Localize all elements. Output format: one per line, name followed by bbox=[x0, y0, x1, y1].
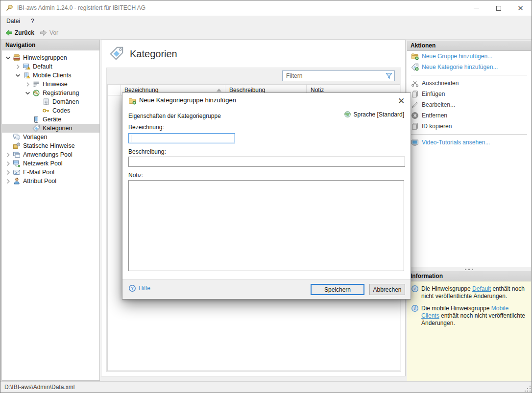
tree-item-hinweisgruppen[interactable]: Hinweisgruppen bbox=[2, 53, 99, 62]
tree-item-anwendungs-pool[interactable]: Anwendungs Pool bbox=[2, 150, 99, 159]
tree-item-attribut-pool[interactable]: Attribut Pool bbox=[2, 177, 99, 185]
forward-label: Vor bbox=[49, 29, 58, 36]
action-einf-gen[interactable]: Einfügen bbox=[407, 89, 531, 99]
tree-item-hinweise[interactable]: Hinweise bbox=[2, 80, 99, 89]
back-button[interactable]: Zurück bbox=[3, 26, 36, 39]
save-button[interactable]: Speichern bbox=[311, 284, 364, 295]
mobile-warning-icon bbox=[23, 71, 30, 79]
menu-help[interactable]: ? bbox=[28, 16, 37, 26]
tree-item-label: Kategorien bbox=[43, 125, 72, 132]
tree-item-dom-nen[interactable]: Domänen bbox=[2, 97, 99, 106]
attribute-pool-icon bbox=[13, 177, 21, 185]
info-link-default[interactable]: Default bbox=[472, 285, 491, 292]
chevron-expanded-icon[interactable] bbox=[24, 91, 31, 96]
back-label: Zurück bbox=[15, 29, 34, 36]
minimize-button[interactable] bbox=[465, 0, 487, 16]
tree-item-statische-hinweise[interactable]: Statische Hinweise bbox=[2, 141, 99, 150]
info-text: Die Hinweisgruppe Default enthält noch n… bbox=[421, 285, 527, 300]
tree-item-label: Codes bbox=[52, 107, 70, 114]
tree-item-netzwerk-pool[interactable]: Netzwerk Pool bbox=[2, 159, 99, 168]
notiz-label: Notiz: bbox=[128, 172, 144, 179]
action-entfernen[interactable]: Entfernen bbox=[407, 110, 531, 121]
tag-add-icon bbox=[411, 63, 419, 71]
tree-item-mobile-clients[interactable]: Mobile Clients bbox=[2, 71, 99, 80]
tree-item-default[interactable]: Default bbox=[2, 62, 99, 71]
tree-item-ger-te[interactable]: Geräte bbox=[2, 115, 99, 124]
beschreibung-input[interactable] bbox=[128, 157, 405, 167]
filter-wrap bbox=[282, 70, 395, 81]
beschreibung-label: Beschreibung: bbox=[128, 148, 166, 155]
tree-item-label: Hinweisgruppen bbox=[23, 54, 67, 61]
action-video-tutorials-ansehen[interactable]: Video-Tutorials ansehen... bbox=[407, 137, 531, 148]
chevron-expanded-icon[interactable] bbox=[15, 73, 21, 78]
tree-item-e-mail-pool[interactable]: E-Mail Pool bbox=[2, 168, 99, 177]
status-path: D:\IBI-aws\Admin\Data.xml bbox=[4, 384, 74, 391]
action-label: Video-Tutorials ansehen... bbox=[422, 139, 490, 146]
tree-item-label: E-Mail Pool bbox=[23, 169, 54, 176]
action-neue-kategorie-hinzuf-gen[interactable]: Neue Kategorie hinzufügen... bbox=[407, 62, 531, 72]
menu-datei[interactable]: Datei bbox=[3, 16, 23, 26]
actions-header: Aktionen bbox=[407, 41, 531, 51]
paste-icon bbox=[411, 90, 419, 98]
registration-icon bbox=[32, 89, 40, 97]
forward-arrow-icon bbox=[40, 29, 48, 37]
menubar: Datei ? bbox=[0, 16, 532, 26]
action-neue-gruppe-hinzuf-gen[interactable]: Neue Gruppe hinzufügen... bbox=[407, 51, 531, 62]
action-ausschneiden[interactable]: Ausschneiden bbox=[407, 78, 531, 89]
monitor-warning-icon bbox=[23, 63, 30, 70]
filter-funnel-icon[interactable] bbox=[385, 72, 393, 80]
language-selector[interactable]: Sprache [Standard] bbox=[344, 111, 404, 118]
cancel-button[interactable]: Abbrechen bbox=[369, 284, 405, 295]
globe-icon bbox=[344, 111, 351, 118]
tree-item-label: Domänen bbox=[52, 98, 79, 105]
chevron-collapsed-icon[interactable] bbox=[5, 161, 11, 166]
sidebar: Aktionen Neue Gruppe hinzufügen...Neue K… bbox=[407, 40, 531, 381]
action-label: ID kopieren bbox=[422, 123, 452, 130]
tree-item-kategorien[interactable]: Kategorien bbox=[2, 124, 99, 133]
tree-item-label: Anwendungs Pool bbox=[23, 151, 73, 158]
dialog-section-label: Eigenschaften der Kategoriegruppe bbox=[128, 113, 221, 119]
titlebar: IBI-aws Admin 1.24.0 - registriert für I… bbox=[0, 0, 532, 16]
chevron-expanded-icon[interactable] bbox=[5, 55, 11, 61]
kategorien-tag-icon bbox=[108, 46, 125, 62]
close-window-button[interactable]: ✕ bbox=[509, 0, 532, 16]
bezeichnung-input[interactable] bbox=[128, 133, 235, 143]
notiz-textarea[interactable] bbox=[128, 180, 404, 271]
forward-button[interactable]: Vor bbox=[38, 26, 60, 39]
window-title: IBI-aws Admin 1.24.0 - registriert für I… bbox=[17, 0, 145, 16]
tree-item-registrierung[interactable]: Registrierung bbox=[2, 89, 99, 97]
help-label: Hilfe bbox=[139, 285, 150, 292]
action-label: Entfernen bbox=[422, 112, 447, 119]
svg-text:?: ? bbox=[131, 286, 133, 291]
language-label: Sprache [Standard] bbox=[354, 111, 404, 118]
resize-grip-icon[interactable] bbox=[524, 385, 531, 392]
page-title: Kategorien bbox=[130, 48, 177, 60]
app-icon bbox=[5, 4, 13, 12]
tree-item-vorlagen[interactable]: Vorlagen bbox=[2, 133, 99, 141]
actions-list: Neue Gruppe hinzufügen...Neue Kategorie … bbox=[407, 51, 531, 267]
bezeichnung-label: Bezeichnung: bbox=[128, 124, 164, 131]
filter-input[interactable] bbox=[282, 70, 395, 81]
action-id-kopieren[interactable]: ID kopieren bbox=[407, 121, 531, 132]
action-bearbeiten[interactable]: Bearbeiten... bbox=[407, 99, 531, 110]
action-label: Ausschneiden bbox=[422, 80, 459, 87]
maximize-icon bbox=[496, 6, 501, 11]
tree-item-codes[interactable]: Codes bbox=[2, 106, 99, 115]
info-item: iDie Hinweisgruppe Default enthält noch … bbox=[411, 285, 527, 300]
chevron-collapsed-icon[interactable] bbox=[5, 152, 11, 158]
chevron-collapsed-icon[interactable] bbox=[5, 179, 11, 184]
copy-icon bbox=[411, 122, 419, 130]
maximize-button[interactable] bbox=[487, 0, 509, 16]
chevron-none bbox=[5, 143, 11, 149]
help-circle-icon: ? bbox=[128, 284, 136, 292]
navigation-panel: Navigation HinweisgruppenDefaultMobile C… bbox=[1, 40, 100, 381]
actions-separator bbox=[411, 134, 527, 135]
dialog-close-button[interactable]: ✕ bbox=[395, 95, 408, 107]
network-pool-icon bbox=[13, 160, 21, 167]
chevron-collapsed-icon[interactable] bbox=[24, 82, 31, 87]
chevron-collapsed-icon[interactable] bbox=[5, 170, 11, 175]
action-label: Neue Kategorie hinzufügen... bbox=[422, 64, 498, 70]
chevron-collapsed-icon[interactable] bbox=[15, 64, 21, 69]
panel-splitter[interactable] bbox=[407, 267, 531, 271]
help-link[interactable]: ? Hilfe bbox=[128, 284, 150, 292]
